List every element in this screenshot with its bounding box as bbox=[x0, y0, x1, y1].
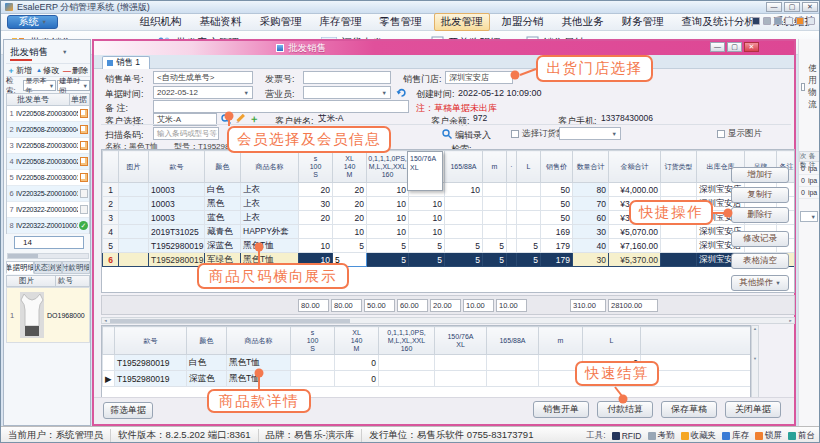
menu-item-purchase[interactable]: 采购管理 bbox=[254, 14, 308, 30]
sidebar-title[interactable]: 批发销售▼ bbox=[4, 44, 90, 60]
sales-row[interactable]: 110003白色上衣202010105080¥4,000.00深圳宝安店 bbox=[103, 183, 796, 197]
grid-cell[interactable]: 10003 bbox=[149, 211, 205, 225]
grid-cell[interactable]: 10 bbox=[367, 211, 409, 225]
other-ops-button[interactable]: 其他操作▼ bbox=[731, 275, 789, 291]
grid-hscrollbar[interactable]: ◄► bbox=[101, 317, 795, 324]
grid-cell[interactable]: 10 bbox=[409, 225, 445, 239]
floating-size-column[interactable]: 150/76AXL bbox=[407, 151, 443, 191]
grid-cell[interactable]: 20 bbox=[333, 183, 367, 197]
grid-cell[interactable]: 5 bbox=[517, 253, 541, 267]
grid-cell[interactable] bbox=[507, 253, 517, 267]
order-row[interactable]: 8IV220322-Z00010001✓ bbox=[7, 218, 89, 234]
grid-cell[interactable]: 10003 bbox=[149, 197, 205, 211]
open-sale-button[interactable]: 销售开单 bbox=[533, 401, 589, 418]
column-header[interactable]: 数量合计 bbox=[573, 151, 609, 183]
column-header[interactable]: L bbox=[583, 327, 641, 355]
grid-cell[interactable] bbox=[119, 211, 149, 225]
grid-cell[interactable]: 白色 bbox=[205, 183, 241, 197]
grid-cell[interactable]: T1952980019 bbox=[149, 239, 205, 253]
grid-cell[interactable]: 5 bbox=[483, 253, 507, 267]
rfid-tool[interactable]: RFID bbox=[612, 431, 642, 441]
grid-cell[interactable]: 2 bbox=[103, 197, 119, 211]
grid-cell[interactable]: 5 bbox=[103, 239, 119, 253]
grid-cell[interactable]: 20 bbox=[299, 211, 333, 225]
grid-cell[interactable] bbox=[119, 253, 149, 267]
order-row[interactable]: 5IV220508-Z00030001 bbox=[7, 170, 89, 186]
grid-cell[interactable]: 藏青色 bbox=[205, 225, 241, 239]
menu-system-button[interactable]: 系统▼ bbox=[7, 15, 58, 29]
order-row[interactable]: 2IV220508-Z00030004 bbox=[7, 122, 89, 138]
column-header[interactable]: 150/76AXL bbox=[435, 327, 487, 355]
grid-cell[interactable] bbox=[487, 355, 539, 371]
grid-cell[interactable]: 10 bbox=[367, 197, 409, 211]
dialog-close-button[interactable]: ✕ bbox=[744, 42, 759, 52]
dialog-titlebar[interactable]: 批发销售 — ▢ ✕ bbox=[94, 41, 794, 55]
attendance-tool[interactable]: 考勤 bbox=[648, 430, 675, 442]
copy-row-button[interactable]: 复制行 bbox=[731, 187, 789, 203]
edit-record-button[interactable]: 修改记录 bbox=[731, 231, 789, 247]
column-header[interactable]: 商品名称 bbox=[227, 327, 291, 355]
folder-icon[interactable] bbox=[796, 17, 804, 25]
menu-item-retail[interactable]: 零售管理 bbox=[374, 14, 428, 30]
grid-cell[interactable]: ¥7,160.00 bbox=[609, 239, 661, 253]
grid-cell[interactable] bbox=[119, 197, 149, 211]
sales-row[interactable]: 5T1952980019深蓝色黑色T恤1055555517940¥7,160.0… bbox=[103, 239, 796, 253]
grid-cell[interactable]: 50 bbox=[541, 183, 573, 197]
grid-cell[interactable]: 179 bbox=[541, 239, 573, 253]
grid-cell[interactable]: 20 bbox=[299, 183, 333, 197]
date-filter-select[interactable]: 建单时间▼ bbox=[57, 80, 90, 91]
grid-cell[interactable]: 上衣 bbox=[241, 183, 299, 197]
message-icon[interactable] bbox=[785, 17, 793, 25]
grid-cell[interactable] bbox=[487, 371, 539, 387]
column-header[interactable]: 款号 bbox=[149, 151, 205, 183]
grid-cell[interactable]: 5 bbox=[367, 253, 409, 267]
grid-cell[interactable] bbox=[483, 211, 507, 225]
grid-cell[interactable] bbox=[119, 239, 149, 253]
order-row[interactable]: 6IV220325-Z00010001 bbox=[7, 186, 89, 202]
close-button[interactable]: ✕ bbox=[802, 2, 818, 12]
column-header[interactable]: 颜色 bbox=[205, 151, 241, 183]
grid-cell[interactable] bbox=[445, 225, 483, 239]
menu-item-base[interactable]: 基础资料 bbox=[194, 14, 248, 30]
favorites-tool[interactable]: 收藏夹 bbox=[681, 430, 717, 442]
refresh-icon[interactable] bbox=[395, 86, 407, 98]
menu-item-finance[interactable]: 财务管理 bbox=[616, 14, 670, 30]
monitor-icon[interactable] bbox=[774, 17, 782, 25]
grid-cell[interactable] bbox=[507, 183, 517, 197]
grid-cell[interactable]: 10 bbox=[299, 239, 333, 253]
grid-cell[interactable] bbox=[119, 225, 149, 239]
clerk-select[interactable]: ▼ bbox=[303, 86, 391, 99]
grid-cell[interactable] bbox=[661, 239, 697, 253]
column-header[interactable]: · bbox=[507, 151, 517, 183]
grid-cell[interactable]: 10 bbox=[333, 225, 367, 239]
grid-cell[interactable]: 黑色T恤 bbox=[227, 371, 291, 387]
grid-cell[interactable]: 5 bbox=[409, 253, 445, 267]
grid-cell[interactable]: 0 bbox=[335, 355, 379, 371]
grid-cell[interactable]: 10 bbox=[367, 225, 409, 239]
column-header[interactable]: 颜色 bbox=[187, 327, 227, 355]
column-header[interactable]: m bbox=[483, 151, 507, 183]
grid-cell[interactable]: 80 bbox=[573, 183, 609, 197]
grid-cell[interactable] bbox=[507, 239, 517, 253]
sidebar-scrollbar[interactable] bbox=[7, 253, 89, 259]
grid-cell[interactable] bbox=[517, 183, 541, 197]
grid-cell[interactable]: 50 bbox=[541, 197, 573, 211]
grid-cell[interactable]: 60 bbox=[573, 211, 609, 225]
grid-cell[interactable] bbox=[661, 225, 697, 239]
column-header[interactable]: s100S bbox=[299, 151, 333, 183]
grid-cell[interactable] bbox=[661, 253, 697, 267]
order-row[interactable]: 3IV220508-Z00030003 bbox=[7, 138, 89, 154]
clear-table-button[interactable]: 表格清空 bbox=[731, 253, 789, 269]
menu-item-franchise[interactable]: 加盟分销 bbox=[496, 14, 550, 30]
front-tool[interactable]: 前台 bbox=[788, 430, 815, 442]
detail-list-row[interactable]: 1 DO1968000 bbox=[6, 287, 90, 343]
grid-cell[interactable]: 深蓝色 bbox=[187, 371, 227, 387]
tab-sale-1[interactable]: 销售 1 bbox=[102, 56, 150, 69]
grid-cell[interactable] bbox=[299, 225, 333, 239]
grid-cell[interactable]: 3 bbox=[103, 211, 119, 225]
dialog-minimize-button[interactable]: — bbox=[710, 42, 725, 52]
minimize-button[interactable]: — bbox=[766, 2, 782, 12]
column-header[interactable]: 0,1,1,1,0PS,M,L,XL,XXL160 bbox=[379, 327, 435, 355]
column-header[interactable]: 图片 bbox=[119, 151, 149, 183]
grid-cell[interactable]: ¥5,070.00 bbox=[609, 225, 661, 239]
